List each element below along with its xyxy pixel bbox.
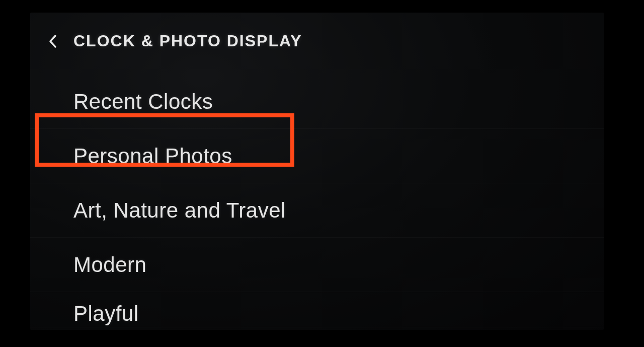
menu-item-art-nature-travel[interactable]: Art, Nature and Travel: [30, 183, 604, 238]
menu-item-label: Recent Clocks: [73, 90, 213, 114]
menu-item-label: Personal Photos: [73, 144, 232, 168]
page-title: CLOCK & PHOTO DISPLAY: [73, 32, 302, 50]
menu-item-playful[interactable]: Playful: [30, 292, 604, 327]
menu-item-recent-clocks[interactable]: Recent Clocks: [30, 75, 604, 129]
header-bar: CLOCK & PHOTO DISPLAY: [30, 13, 604, 50]
menu-item-modern[interactable]: Modern: [30, 238, 604, 292]
back-button[interactable]: [46, 35, 59, 48]
menu-list: Recent Clocks Personal Photos Art, Natur…: [30, 50, 604, 327]
menu-item-label: Art, Nature and Travel: [73, 198, 286, 223]
chevron-left-icon: [48, 34, 57, 48]
menu-item-label: Modern: [73, 253, 146, 277]
menu-item-label: Playful: [73, 303, 139, 324]
menu-item-personal-photos[interactable]: Personal Photos: [30, 129, 604, 183]
settings-screen: CLOCK & PHOTO DISPLAY Recent Clocks Pers…: [30, 13, 604, 330]
